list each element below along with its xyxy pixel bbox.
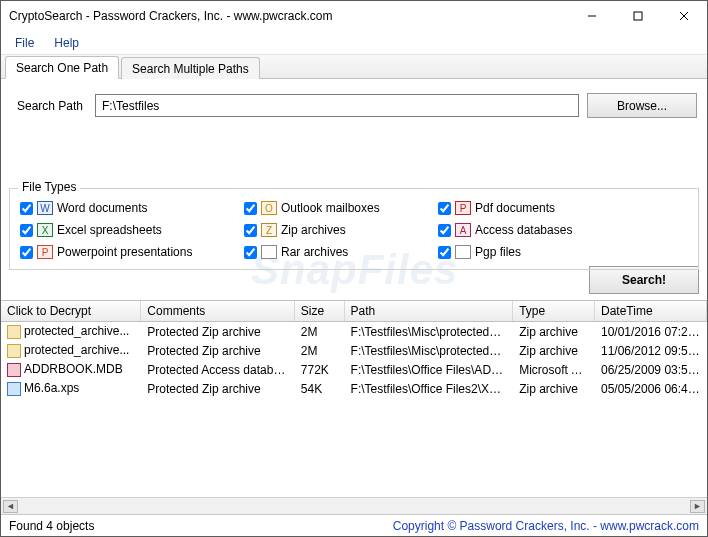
chk-excel-label: Excel spreadsheets — [57, 223, 162, 237]
chk-ppt[interactable]: PPowerpoint presentations — [20, 245, 220, 259]
col-type[interactable]: Type — [513, 301, 595, 321]
search-button[interactable]: Search! — [589, 266, 699, 294]
window-title: CryptoSearch - Password Crackers, Inc. -… — [9, 9, 569, 23]
results-table: Click to Decrypt Comments Size Path Type… — [1, 300, 707, 497]
cell-path: F:\Testfiles\Office Files2\XPS\... — [345, 381, 514, 397]
chk-outlook[interactable]: OOutlook mailboxes — [244, 201, 414, 215]
tab-search-multiple-paths[interactable]: Search Multiple Paths — [121, 57, 260, 79]
maximize-button[interactable] — [615, 1, 661, 31]
scroll-left-icon[interactable]: ◄ — [3, 500, 18, 513]
chk-zip[interactable]: ZZip archives — [244, 223, 414, 237]
menu-file[interactable]: File — [5, 33, 44, 53]
chk-pgp[interactable]: Pgp files — [438, 245, 608, 259]
chk-pgp-label: Pgp files — [475, 245, 521, 259]
table-row[interactable]: protected_archive...Protected Zip archiv… — [1, 341, 707, 360]
col-comments[interactable]: Comments — [141, 301, 295, 321]
close-button[interactable] — [661, 1, 707, 31]
outlook-icon: O — [261, 201, 277, 215]
cell-type: Zip archive — [513, 324, 595, 340]
chk-pdf-label: Pdf documents — [475, 201, 555, 215]
cell-name: ADDRBOOK.MDB — [24, 362, 123, 376]
chk-word-box[interactable] — [20, 202, 33, 215]
chk-ppt-label: Powerpoint presentations — [57, 245, 192, 259]
chk-excel-box[interactable] — [20, 224, 33, 237]
pdf-icon: P — [455, 201, 471, 215]
cell-type: Microsoft Ac... — [513, 362, 595, 378]
col-decrypt[interactable]: Click to Decrypt — [1, 301, 141, 321]
cell-comments: Protected Zip archive — [141, 381, 295, 397]
cell-name: protected_archive... — [24, 343, 129, 357]
chk-word[interactable]: WWord documents — [20, 201, 220, 215]
chk-excel[interactable]: XExcel spreadsheets — [20, 223, 220, 237]
chk-word-label: Word documents — [57, 201, 148, 215]
chk-rar[interactable]: Rar archives — [244, 245, 414, 259]
word-icon: W — [37, 201, 53, 215]
menubar: File Help — [1, 31, 707, 55]
file-icon — [7, 325, 21, 339]
tabs: Search One Path Search Multiple Paths — [1, 55, 707, 79]
access-icon: A — [455, 223, 471, 237]
cell-path: F:\Testfiles\Misc\protected_arc... — [345, 324, 514, 340]
table-row[interactable]: M6.6a.xpsProtected Zip archive54KF:\Test… — [1, 379, 707, 398]
cell-path: F:\Testfiles\Office Files\ADDR... — [345, 362, 514, 378]
chk-rar-box[interactable] — [244, 246, 257, 259]
cell-type: Zip archive — [513, 343, 595, 359]
cell-datetime: 05/05/2006 06:47:02 ... — [595, 381, 707, 397]
chk-access-label: Access databases — [475, 223, 572, 237]
horizontal-scrollbar[interactable]: ◄ ► — [1, 497, 707, 514]
cell-name: M6.6a.xps — [24, 381, 79, 395]
cell-datetime: 10/01/2016 07:22:20 ... — [595, 324, 707, 340]
app-window: CryptoSearch - Password Crackers, Inc. -… — [0, 0, 708, 537]
excel-icon: X — [37, 223, 53, 237]
search-row: Search Path Browse... — [1, 79, 707, 128]
menu-help[interactable]: Help — [44, 33, 89, 53]
cell-comments: Protected Zip archive — [141, 343, 295, 359]
cell-size: 2M — [295, 324, 345, 340]
chk-pdf[interactable]: PPdf documents — [438, 201, 608, 215]
cell-datetime: 11/06/2012 09:52:30 ... — [595, 343, 707, 359]
scroll-right-icon[interactable]: ► — [690, 500, 705, 513]
file-icon — [7, 344, 21, 358]
table-row[interactable]: protected_archive...Protected Zip archiv… — [1, 322, 707, 341]
rar-icon — [261, 245, 277, 259]
cell-datetime: 06/25/2009 03:59:00 ... — [595, 362, 707, 378]
powerpoint-icon: P — [37, 245, 53, 259]
window-controls — [569, 1, 707, 31]
minimize-button[interactable] — [569, 1, 615, 31]
col-datetime[interactable]: DateTime — [595, 301, 707, 321]
chk-access[interactable]: AAccess databases — [438, 223, 608, 237]
cell-size: 772K — [295, 362, 345, 378]
chk-pdf-box[interactable] — [438, 202, 451, 215]
cell-size: 54K — [295, 381, 345, 397]
chk-access-box[interactable] — [438, 224, 451, 237]
status-left: Found 4 objects — [9, 519, 94, 533]
chk-zip-box[interactable] — [244, 224, 257, 237]
statusbar: Found 4 objects Copyright © Password Cra… — [1, 514, 707, 536]
table-row[interactable]: ADDRBOOK.MDBProtected Access database772… — [1, 360, 707, 379]
chk-ppt-box[interactable] — [20, 246, 33, 259]
file-icon — [7, 382, 21, 396]
search-action-row: Search! — [1, 266, 707, 300]
zip-icon: Z — [261, 223, 277, 237]
pgp-icon — [455, 245, 471, 259]
file-icon — [7, 363, 21, 377]
browse-button[interactable]: Browse... — [587, 93, 697, 118]
chk-zip-label: Zip archives — [281, 223, 346, 237]
cell-comments: Protected Access database — [141, 362, 295, 378]
search-path-input[interactable] — [95, 94, 579, 117]
titlebar: CryptoSearch - Password Crackers, Inc. -… — [1, 1, 707, 31]
cell-type: Zip archive — [513, 381, 595, 397]
col-path[interactable]: Path — [345, 301, 514, 321]
tab-search-one-path[interactable]: Search One Path — [5, 56, 119, 79]
svg-rect-1 — [634, 12, 642, 20]
chk-outlook-label: Outlook mailboxes — [281, 201, 380, 215]
cell-path: F:\Testfiles\Misc\protected_arc... — [345, 343, 514, 359]
chk-pgp-box[interactable] — [438, 246, 451, 259]
col-size[interactable]: Size — [295, 301, 345, 321]
chk-rar-label: Rar archives — [281, 245, 348, 259]
cell-name: protected_archive... — [24, 324, 129, 338]
chk-outlook-box[interactable] — [244, 202, 257, 215]
search-path-label: Search Path — [17, 99, 87, 113]
status-right: Copyright © Password Crackers, Inc. - ww… — [393, 519, 699, 533]
results-header: Click to Decrypt Comments Size Path Type… — [1, 301, 707, 322]
